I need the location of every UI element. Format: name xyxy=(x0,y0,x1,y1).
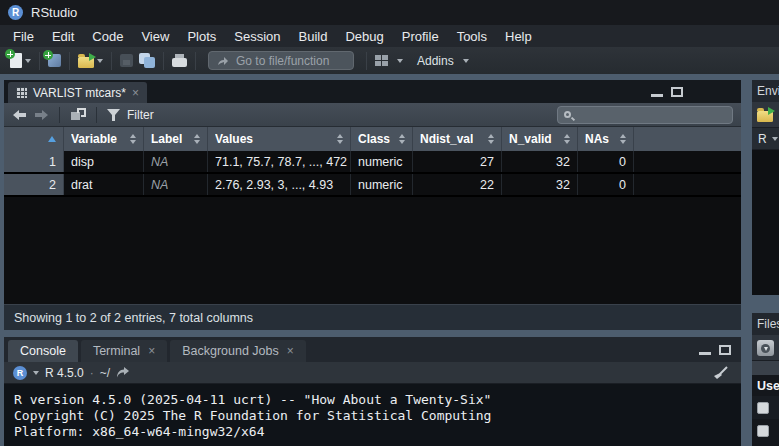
chevron-down-icon xyxy=(33,371,39,375)
tab-background-jobs[interactable]: Background Jobs × xyxy=(170,340,306,362)
menubar: File Edit Code View Plots Session Build … xyxy=(0,25,779,47)
column-header-n-valid[interactable]: N_valid xyxy=(502,127,578,151)
sort-icon xyxy=(394,134,405,144)
package-checkbox[interactable] xyxy=(757,425,769,437)
menu-edit[interactable]: Edit xyxy=(43,29,83,44)
working-directory: ~/ xyxy=(100,366,110,380)
class-cell: numeric xyxy=(351,174,413,195)
goto-file-function-input[interactable]: Go to file/function xyxy=(208,51,354,70)
sort-icon xyxy=(332,134,343,144)
menu-help[interactable]: Help xyxy=(496,29,541,44)
ndist-val-cell: 27 xyxy=(413,151,502,172)
filter-button[interactable]: Filter xyxy=(107,108,154,122)
column-header-values[interactable]: Values xyxy=(208,127,351,151)
new-file-icon xyxy=(10,53,22,68)
package-checkbox[interactable] xyxy=(757,402,769,414)
source-pane: VARLIST mtcars* × Filter Variable xyxy=(4,80,741,330)
tab-terminal[interactable]: Terminal × xyxy=(81,340,167,362)
column-header-ndist-val[interactable]: Ndist_val xyxy=(413,127,502,151)
toolbar-divider xyxy=(39,52,40,70)
environment-scope-dropdown[interactable]: R xyxy=(752,128,779,150)
toolbar-divider xyxy=(366,52,367,70)
sort-ascending-icon xyxy=(48,136,56,142)
tab-varlist-mtcars[interactable]: VARLIST mtcars* × xyxy=(8,82,147,103)
menu-file[interactable]: File xyxy=(4,29,43,44)
maximize-icon[interactable] xyxy=(719,345,731,355)
panes-grid-icon xyxy=(375,55,388,66)
open-file-button[interactable] xyxy=(75,50,106,72)
menu-tools[interactable]: Tools xyxy=(448,29,496,44)
tab-environment[interactable]: Environment xyxy=(757,84,779,98)
separator-dot: · xyxy=(90,366,94,380)
console-line: Copyright (C) 2025 The R Foundation for … xyxy=(14,408,741,424)
environment-pane: Environment R xyxy=(752,80,779,295)
column-header-nas[interactable]: NAs xyxy=(578,127,634,151)
chevron-down-icon xyxy=(772,137,778,141)
minimize-icon[interactable] xyxy=(699,346,711,355)
ndist-val-cell: 22 xyxy=(413,174,502,195)
forward-arrow-icon[interactable] xyxy=(34,109,49,121)
toolbar-divider xyxy=(163,52,164,70)
toolbar-divider xyxy=(69,52,70,70)
panes-layout-button[interactable] xyxy=(372,50,406,72)
close-icon[interactable]: × xyxy=(132,87,139,99)
print-button[interactable] xyxy=(169,50,190,72)
tab-files[interactable]: Files xyxy=(757,317,779,331)
minimize-icon[interactable] xyxy=(651,88,663,97)
close-icon[interactable]: × xyxy=(148,345,155,357)
packages-toolbar xyxy=(752,335,779,361)
back-arrow-icon[interactable] xyxy=(12,109,27,121)
save-button[interactable] xyxy=(117,50,136,72)
new-file-button[interactable] xyxy=(7,50,34,72)
toolbar-divider xyxy=(111,52,112,70)
menu-plots[interactable]: Plots xyxy=(178,29,225,44)
rstudio-logo-icon: R xyxy=(8,5,23,20)
save-icon xyxy=(120,54,133,67)
console-toolbar: R R 4.5.0 · ~/ xyxy=(4,362,741,384)
menu-code[interactable]: Code xyxy=(83,29,132,44)
chevron-down-icon xyxy=(25,59,31,63)
column-header-label[interactable]: Label xyxy=(144,127,208,151)
install-package-icon[interactable] xyxy=(757,340,774,356)
r-version-icon[interactable]: R xyxy=(13,366,27,380)
label-cell: NA xyxy=(144,151,208,172)
load-workspace-icon[interactable] xyxy=(757,111,773,122)
sort-icon xyxy=(483,134,494,144)
table-row[interactable]: 1 disp NA 71.1, 75.7, 78.7, ..., 472 num… xyxy=(4,151,741,174)
search-icon xyxy=(564,111,571,118)
goto-directory-icon[interactable] xyxy=(116,367,129,378)
open-in-new-window-icon[interactable] xyxy=(70,108,86,121)
data-viewer-icon xyxy=(16,87,27,98)
class-cell: numeric xyxy=(351,151,413,172)
table-search-input[interactable] xyxy=(557,106,733,124)
new-project-button[interactable] xyxy=(45,50,64,72)
source-tabstrip: VARLIST mtcars* × xyxy=(4,80,741,103)
maximize-icon[interactable] xyxy=(671,87,683,97)
variable-cell: disp xyxy=(64,151,144,172)
close-icon[interactable]: × xyxy=(287,345,294,357)
menu-profile[interactable]: Profile xyxy=(393,29,448,44)
clear-console-broom-icon[interactable] xyxy=(711,366,728,380)
environment-content xyxy=(752,150,779,295)
column-header-variable[interactable]: Variable xyxy=(64,127,144,151)
toolbar-divider xyxy=(96,107,97,123)
tab-console[interactable]: Console xyxy=(8,340,78,362)
save-all-button[interactable] xyxy=(136,50,158,72)
console-output[interactable]: R version 4.5.0 (2025-04-11 ucrt) -- "Ho… xyxy=(4,384,741,446)
goto-placeholder: Go to file/function xyxy=(236,54,329,68)
table-row[interactable]: 2 drat NA 2.76, 2.93, 3, ..., 4.93 numer… xyxy=(4,174,741,197)
window-title: RStudio xyxy=(31,5,77,20)
menu-build[interactable]: Build xyxy=(290,29,337,44)
addins-button[interactable]: Addins xyxy=(406,50,472,72)
menu-debug[interactable]: Debug xyxy=(336,29,392,44)
package-row xyxy=(752,396,779,419)
chevron-down-icon xyxy=(463,59,469,63)
console-line: Platform: x86_64-w64-mingw32/x64 xyxy=(14,424,741,440)
column-header-class[interactable]: Class xyxy=(351,127,413,151)
table-empty-area xyxy=(4,197,741,304)
menu-session[interactable]: Session xyxy=(225,29,289,44)
column-header-rownum[interactable] xyxy=(4,127,64,151)
console-tabstrip: Console Terminal × Background Jobs × xyxy=(4,337,741,362)
r-version-label: R 4.5.0 xyxy=(45,366,84,380)
menu-view[interactable]: View xyxy=(132,29,178,44)
